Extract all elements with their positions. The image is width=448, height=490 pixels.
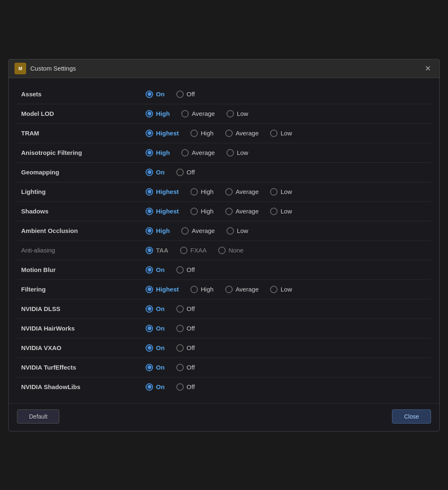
default-button[interactable]: Default [17,409,59,424]
radio-circle-assets-off [176,91,184,98]
radio-model-lod-low[interactable]: Low [226,110,248,118]
radio-circle-anisotropic-filtering-high [146,149,153,157]
radio-circle-ambient-occlusion-average [181,227,189,235]
radio-geomapping-on[interactable]: On [146,169,165,176]
radio-filtering-low[interactable]: Low [270,286,292,293]
setting-label-tram: TRAM [17,123,141,143]
radio-shadows-high[interactable]: High [190,208,214,215]
setting-row-nvidia-dlss: NVIDIA DLSSOnOff [17,299,431,318]
radio-circle-motion-blur-off [176,266,184,274]
radio-circle-shadows-highest [146,208,153,215]
radio-label-tram-low: Low [280,130,292,137]
radio-anisotropic-filtering-average[interactable]: Average [181,149,215,157]
radio-label-anisotropic-filtering-low: Low [237,149,248,156]
radio-circle-tram-highest [146,130,153,137]
radio-shadows-highest[interactable]: Highest [146,208,179,215]
radio-motion-blur-on[interactable]: On [146,266,165,274]
radio-circle-nvidia-dlss-off [176,305,184,313]
setting-row-ambient-occlusion: Ambient OcclusionHighAverageLow [17,221,431,240]
radio-circle-filtering-average [225,286,233,293]
radio-nvidia-turfeffects-on[interactable]: On [146,364,165,371]
radio-circle-shadows-average [225,208,233,215]
setting-row-nvidia-hairworks: NVIDIA HairWorksOnOff [17,318,431,338]
setting-row-nvidia-shadowlibs: NVIDIA ShadowLibsOnOff [17,377,431,397]
radio-nvidia-shadowlibs-on[interactable]: On [146,383,165,391]
radio-lighting-highest[interactable]: Highest [146,188,179,196]
radio-label-nvidia-shadowlibs-on: On [156,383,165,390]
radio-assets-on[interactable]: On [146,91,165,98]
radio-ambient-occlusion-average[interactable]: Average [181,227,215,235]
radio-label-filtering-average: Average [236,286,259,293]
radio-circle-model-lod-average [181,110,189,118]
radio-circle-tram-low [270,130,278,137]
radio-anti-aliasing-none[interactable]: None [218,247,243,254]
radio-label-nvidia-turfeffects-off: Off [187,364,195,371]
radio-motion-blur-off[interactable]: Off [176,266,195,274]
setting-label-motion-blur: Motion Blur [17,260,141,279]
radio-shadows-low[interactable]: Low [270,208,292,215]
setting-label-geomapping: Geomapping [17,162,141,182]
setting-options-model-lod: HighAverageLow [141,104,431,123]
setting-label-nvidia-vxao: NVIDIA VXAO [17,338,141,358]
radio-label-anti-aliasing-none: None [229,247,243,254]
radio-label-assets-off: Off [187,91,195,98]
radio-nvidia-turfeffects-off[interactable]: Off [176,364,195,371]
radio-circle-tram-high [190,130,198,137]
radio-shadows-average[interactable]: Average [225,208,259,215]
radio-circle-filtering-high [190,286,198,293]
radio-label-tram-highest: Highest [156,130,179,137]
setting-row-filtering: FilteringHighestHighAverageLow [17,279,431,299]
radio-nvidia-shadowlibs-off[interactable]: Off [176,383,195,391]
setting-options-anisotropic-filtering: HighAverageLow [141,143,431,162]
radio-label-ambient-occlusion-low: Low [237,227,248,234]
radio-model-lod-average[interactable]: Average [181,110,215,118]
radio-ambient-occlusion-low[interactable]: Low [226,227,248,235]
setting-row-assets: AssetsOnOff [17,85,431,104]
radio-nvidia-hairworks-off[interactable]: Off [176,325,195,332]
radio-label-filtering-highest: Highest [156,286,179,293]
radio-label-lighting-average: Average [236,188,259,195]
custom-settings-window: M Custom Settings ✕ AssetsOnOffModel LOD… [8,59,440,431]
radio-model-lod-high[interactable]: High [146,110,170,118]
close-button[interactable]: Close [392,409,431,424]
radio-ambient-occlusion-high[interactable]: High [146,227,170,235]
window-title: Custom Settings [30,65,76,72]
radio-filtering-high[interactable]: High [190,286,214,293]
radio-anti-aliasing-fxaa[interactable]: FXAA [180,247,207,254]
radio-anisotropic-filtering-high[interactable]: High [146,149,170,157]
radio-tram-highest[interactable]: Highest [146,130,179,137]
radio-label-assets-on: On [156,91,165,98]
radio-nvidia-vxao-off[interactable]: Off [176,344,195,352]
radio-filtering-average[interactable]: Average [225,286,259,293]
titlebar-left: M Custom Settings [15,63,76,74]
setting-options-shadows: HighestHighAverageLow [141,201,431,221]
radio-anti-aliasing-taa[interactable]: TAA [146,247,168,254]
app-icon: M [15,63,26,74]
radio-tram-average[interactable]: Average [225,130,259,137]
setting-row-anti-aliasing: Anti-aliasingTAAFXAANone [17,240,431,260]
radio-tram-low[interactable]: Low [270,130,292,137]
radio-nvidia-hairworks-on[interactable]: On [146,325,165,332]
radio-label-filtering-low: Low [280,286,292,293]
radio-label-nvidia-dlss-on: On [156,305,165,312]
setting-options-geomapping: OnOff [141,162,431,182]
radio-geomapping-off[interactable]: Off [176,169,195,176]
radio-label-anisotropic-filtering-average: Average [192,149,215,156]
radio-nvidia-dlss-off[interactable]: Off [176,305,195,313]
radio-tram-high[interactable]: High [190,130,214,137]
setting-row-nvidia-vxao: NVIDIA VXAOOnOff [17,338,431,358]
radio-circle-nvidia-hairworks-off [176,325,184,332]
radio-anisotropic-filtering-low[interactable]: Low [226,149,248,157]
radio-nvidia-vxao-on[interactable]: On [146,344,165,352]
radio-lighting-high[interactable]: High [190,188,214,196]
setting-label-shadows: Shadows [17,201,141,221]
setting-label-nvidia-shadowlibs: NVIDIA ShadowLibs [17,377,141,397]
window-close-button[interactable]: ✕ [422,64,433,73]
radio-lighting-average[interactable]: Average [225,188,259,196]
radio-lighting-low[interactable]: Low [270,188,292,196]
radio-nvidia-dlss-on[interactable]: On [146,305,165,313]
footer: Default Close [9,403,439,431]
radio-circle-lighting-low [270,188,278,196]
radio-filtering-highest[interactable]: Highest [146,286,179,293]
radio-assets-off[interactable]: Off [176,91,195,98]
